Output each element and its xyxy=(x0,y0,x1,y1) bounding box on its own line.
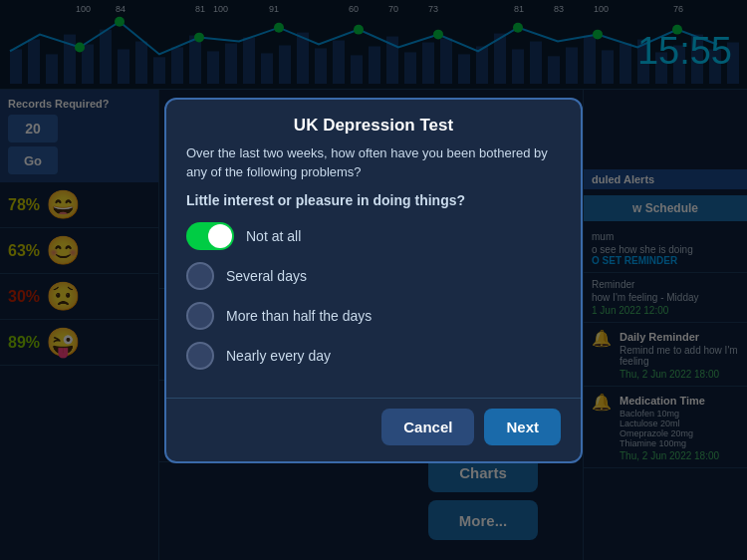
modal-question-main: Over the last two weeks, how often have … xyxy=(186,143,561,182)
modal-title: UK Depression Test xyxy=(166,100,581,143)
modal-question-sub: Little interest or pleasure in doing thi… xyxy=(186,192,561,208)
option-not-at-all-label: Not at all xyxy=(246,228,301,244)
radio-every-day[interactable] xyxy=(186,342,214,370)
option-half-days-label: More than half the days xyxy=(226,308,372,324)
option-not-at-all[interactable]: Not at all xyxy=(186,222,561,250)
option-every-day-label: Nearly every day xyxy=(226,348,331,364)
next-button[interactable]: Next xyxy=(484,409,561,445)
radio-half-days[interactable] xyxy=(186,302,214,330)
radio-several-days[interactable] xyxy=(186,262,214,290)
modal-overlay: UK Depression Test Over the last two wee… xyxy=(0,0,747,560)
modal-body: Over the last two weeks, how often have … xyxy=(166,143,581,398)
cancel-button[interactable]: Cancel xyxy=(381,409,474,445)
option-several-days-label: Several days xyxy=(226,268,307,284)
option-half-days[interactable]: More than half the days xyxy=(186,302,561,330)
option-several-days[interactable]: Several days xyxy=(186,262,561,290)
modal-dialog: UK Depression Test Over the last two wee… xyxy=(164,98,583,463)
option-every-day[interactable]: Nearly every day xyxy=(186,342,561,370)
toggle-not-at-all[interactable] xyxy=(186,222,234,250)
modal-footer: Cancel Next xyxy=(166,398,581,461)
